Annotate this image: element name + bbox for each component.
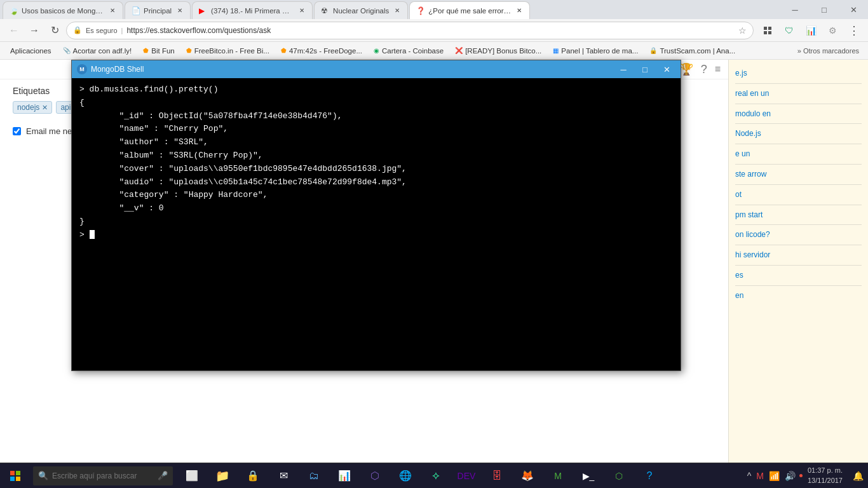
browser-button[interactable]: 🗂: [300, 463, 328, 489]
bookmarks-more-button[interactable]: » Otros marcadores: [794, 46, 863, 56]
bookmark-aplicaciones[interactable]: Aplicaciones: [5, 46, 57, 56]
tab-title-4: Nuclear Originals: [333, 7, 389, 15]
taskbar-search-input[interactable]: [52, 471, 154, 480]
bookmark-bonus-bitcoin[interactable]: ❌ [READY] Bonus Bitco...: [450, 46, 546, 56]
hint-item-1[interactable]: e.js: [735, 66, 862, 81]
mail-button[interactable]: ✉: [269, 463, 297, 489]
hint-divider: [735, 285, 862, 286]
hint-item-3[interactable]: modulo en: [735, 107, 862, 121]
taskbar-clock[interactable]: 01:37 p. m. 13/11/2017: [808, 466, 843, 485]
taskbar: 🔍 🎤 ⬜ 📁 🔒 ✉ 🗂 📊 ⬡ 🌐 ⟡ D: [0, 463, 868, 488]
tab-close-1[interactable]: ✕: [107, 6, 118, 16]
menu-icon[interactable]: ≡: [715, 64, 721, 75]
tray-chevron[interactable]: ^: [746, 470, 753, 482]
hint-item-9[interactable]: on licode?: [735, 227, 862, 242]
bookmark-freebitcoin[interactable]: ⬟ FreeBitco.in - Free Bi...: [181, 46, 275, 56]
bookmark-coinbase[interactable]: ◉ Cartera - Coinbase: [369, 46, 449, 56]
nodejs-button[interactable]: ⬡: [605, 463, 633, 489]
hint-divider: [735, 245, 862, 245]
help-icon[interactable]: ?: [701, 63, 707, 76]
calc-button[interactable]: 📊: [330, 463, 358, 489]
back-button[interactable]: ←: [5, 22, 23, 39]
email-checkbox[interactable]: [13, 127, 21, 135]
toolbar-right: 🛡 📊 ⚙ ⋮: [759, 22, 863, 39]
gmail-tray-icon[interactable]: M: [755, 470, 765, 482]
filezilla-button[interactable]: 🗄: [483, 463, 511, 489]
hint-item-11[interactable]: es: [735, 268, 862, 283]
mongo-prompt-line: > db.musicas.find().pretty(): [79, 83, 673, 97]
mongo-close-button[interactable]: ✕: [658, 63, 675, 76]
mongo-output-line: "category" : "Happy Hardcore",: [79, 189, 673, 202]
chrome-menu-button[interactable]: ⋮: [845, 22, 863, 39]
volume-icon[interactable]: 🔊: [783, 470, 797, 482]
lockscreen-button[interactable]: 🔒: [239, 463, 267, 489]
bookmark-bitfun[interactable]: ⬟ Bit Fun: [138, 46, 179, 56]
hint-divider: [735, 164, 862, 165]
svg-rect-4: [10, 471, 15, 475]
mongo-button[interactable]: M: [544, 463, 572, 489]
minimize-button[interactable]: ─: [780, 0, 810, 19]
bookmark-freedoge[interactable]: ⬟ 47m:42s - FreeDoge...: [276, 46, 367, 56]
mongodb-shell-window: M MongoDB Shell ─ □ ✕ > db.musicas.find(…: [71, 60, 681, 371]
title-bar: 🍃 Usos basicos de Mongo... ✕ 📄 Principal…: [0, 0, 868, 19]
tab-principal[interactable]: 📄 Principal ✕: [125, 1, 191, 19]
hint-divider: [735, 265, 862, 266]
hint-item-7[interactable]: ot: [735, 187, 862, 202]
task-view-button[interactable]: ⬜: [178, 463, 206, 489]
svg-rect-7: [16, 477, 20, 481]
mongo-maximize-button[interactable]: □: [636, 63, 654, 76]
hint-item-5[interactable]: e un: [735, 147, 862, 161]
address-input[interactable]: [126, 26, 735, 35]
hint-item-10[interactable]: hi servidor: [735, 248, 862, 262]
tab-title-2: Principal: [144, 7, 172, 15]
tab-close-5[interactable]: ✕: [514, 6, 524, 16]
firefox-button[interactable]: 🦊: [513, 463, 541, 489]
hint-item-8[interactable]: pm start: [735, 208, 862, 222]
maximize-button[interactable]: □: [810, 0, 839, 19]
tag-nodejs[interactable]: nodejs ✕: [13, 101, 52, 114]
chrome-extension-3[interactable]: ⚙: [824, 22, 841, 39]
bookmark-label: Panel | Tablero de ma...: [561, 47, 638, 55]
close-button[interactable]: ✕: [839, 0, 868, 19]
hint-item-6[interactable]: ste arrow: [735, 167, 862, 182]
tag-remove-icon[interactable]: ✕: [42, 104, 48, 112]
notifications-button[interactable]: 🔔: [848, 463, 868, 489]
tab-close-4[interactable]: ✕: [392, 6, 402, 16]
taskbar-search-bar[interactable]: 🔍 🎤: [33, 466, 173, 485]
forward-button[interactable]: →: [25, 22, 43, 39]
address-bar[interactable]: 🔒 Es seguro | ☆: [66, 22, 754, 39]
notifications-icon: 🔔: [853, 471, 864, 481]
mongo-minimize-button[interactable]: ─: [614, 63, 632, 76]
chrome-extension-1[interactable]: 🛡: [780, 22, 798, 39]
hint-item-12[interactable]: en: [735, 288, 862, 303]
tab-nuclear[interactable]: ☢ Nuclear Originals ✕: [314, 1, 408, 19]
bookmark-label: TrustScam.com | Ana...: [660, 47, 735, 55]
bookmark-adfily[interactable]: 📎 Acortar con adf.ly!: [58, 46, 137, 56]
reload-button[interactable]: ↻: [46, 22, 64, 39]
tab-mongo[interactable]: 🍃 Usos basicos de Mongo... ✕: [3, 1, 123, 19]
extensions-button[interactable]: [759, 22, 776, 39]
chrome-extension-2[interactable]: 📊: [802, 22, 820, 39]
bookmark-trustscam[interactable]: 🔒 TrustScam.com | Ana...: [644, 46, 740, 56]
bookmark-label: FreeBitco.in - Free Bi...: [194, 47, 269, 55]
terminal-button[interactable]: ▶_: [574, 463, 602, 489]
bookmark-panel-tablero[interactable]: ▦ Panel | Tablero de ma...: [548, 46, 643, 56]
tab-close-2[interactable]: ✕: [175, 6, 185, 16]
tab-stackoverflow-active[interactable]: ❓ ¿Por qué me sale error a... ✕: [409, 1, 530, 19]
hint-item-4[interactable]: Node.js: [735, 126, 862, 141]
ide-button[interactable]: ⟡: [422, 463, 450, 489]
help-taskbar-button[interactable]: ?: [635, 463, 663, 489]
microphone-icon[interactable]: 🎤: [158, 471, 168, 480]
hint-item-2[interactable]: real en un: [735, 86, 862, 101]
start-button[interactable]: [0, 463, 31, 489]
vs-button[interactable]: ⬡: [361, 463, 389, 489]
tab-youtube[interactable]: ▶ (374) 18.- Mi Primera Pá... ✕: [192, 1, 313, 19]
tab-close-3[interactable]: ✕: [297, 6, 307, 16]
bookmark-star-icon[interactable]: ☆: [738, 25, 747, 36]
chrome-button[interactable]: 🌐: [391, 463, 419, 489]
wifi-icon[interactable]: 📶: [768, 470, 781, 482]
terminal-icon: ▶_: [583, 471, 595, 481]
mongo-cursor: [90, 230, 95, 239]
explorer-button[interactable]: 📁: [208, 463, 236, 489]
devtools-button[interactable]: DEV: [452, 463, 480, 489]
